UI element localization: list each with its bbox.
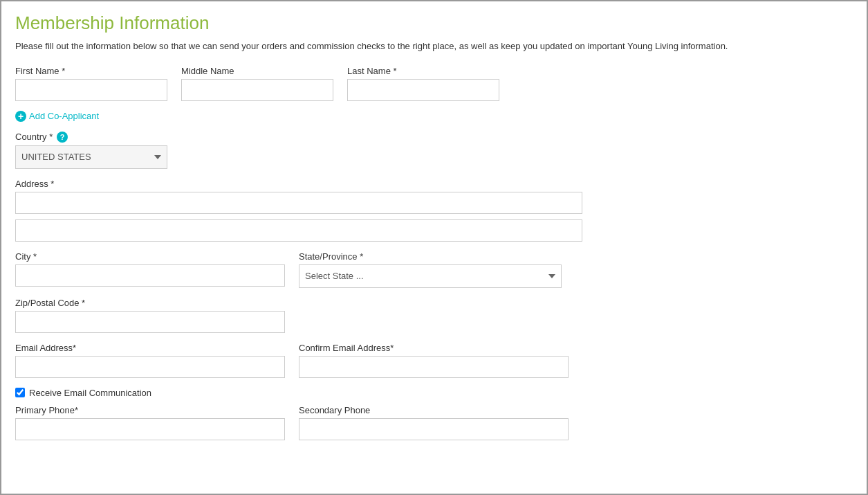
city-input[interactable] bbox=[15, 264, 285, 287]
email-input[interactable] bbox=[15, 356, 285, 378]
page-container: Membership Information Please fill out t… bbox=[0, 0, 868, 495]
receive-email-checkbox[interactable] bbox=[15, 388, 25, 397]
email-label: Email Address* bbox=[15, 343, 285, 353]
receive-email-row: Receive Email Communication bbox=[15, 388, 853, 398]
first-name-group: First Name * bbox=[15, 66, 167, 101]
zip-row: Zip/Postal Code * bbox=[15, 298, 853, 333]
email-row: Email Address* Confirm Email Address* bbox=[15, 343, 853, 378]
email-group: Email Address* bbox=[15, 343, 285, 378]
add-co-applicant-label: Add Co-Applicant bbox=[29, 111, 99, 121]
confirm-email-group: Confirm Email Address* bbox=[299, 343, 569, 378]
secondary-phone-label: Secondary Phone bbox=[299, 405, 569, 415]
country-select[interactable]: UNITED STATES bbox=[15, 145, 167, 169]
confirm-email-label: Confirm Email Address* bbox=[299, 343, 569, 353]
last-name-label: Last Name * bbox=[347, 66, 499, 76]
last-name-group: Last Name * bbox=[347, 66, 499, 101]
secondary-phone-input[interactable] bbox=[299, 418, 569, 440]
zip-label: Zip/Postal Code * bbox=[15, 298, 285, 308]
page-description: Please fill out the information below so… bbox=[15, 39, 853, 53]
city-label: City * bbox=[15, 251, 285, 262]
middle-name-label: Middle Name bbox=[181, 66, 333, 76]
last-name-input[interactable] bbox=[347, 79, 499, 101]
secondary-phone-group: Secondary Phone bbox=[299, 405, 569, 440]
phone-row: Primary Phone* Secondary Phone bbox=[15, 405, 853, 440]
add-co-applicant-link[interactable]: + Add Co-Applicant bbox=[15, 111, 853, 122]
city-state-row: City * State/Province * Select State ... bbox=[15, 251, 853, 288]
middle-name-group: Middle Name bbox=[181, 66, 333, 101]
name-row: First Name * Middle Name Last Name * bbox=[15, 66, 853, 101]
address-line2-input[interactable] bbox=[15, 219, 582, 242]
plus-icon: + bbox=[15, 111, 26, 122]
state-group: State/Province * Select State ... bbox=[299, 251, 562, 288]
confirm-email-input[interactable] bbox=[299, 356, 569, 378]
form-wrapper: Membership Information Please fill out t… bbox=[1, 1, 867, 494]
first-name-label: First Name * bbox=[15, 66, 167, 76]
primary-phone-input[interactable] bbox=[15, 418, 285, 440]
address-line1-input[interactable] bbox=[15, 192, 582, 214]
zip-input[interactable] bbox=[15, 311, 285, 333]
primary-phone-group: Primary Phone* bbox=[15, 405, 285, 440]
address-section: Address * bbox=[15, 179, 853, 242]
receive-email-label: Receive Email Communication bbox=[29, 388, 151, 398]
help-icon[interactable]: ? bbox=[57, 132, 68, 143]
country-label-row: Country * ? bbox=[15, 132, 853, 143]
state-label: State/Province * bbox=[299, 251, 562, 262]
country-label: Country * bbox=[15, 132, 53, 142]
address-label: Address * bbox=[15, 179, 853, 189]
primary-phone-label: Primary Phone* bbox=[15, 405, 285, 415]
zip-group: Zip/Postal Code * bbox=[15, 298, 285, 333]
first-name-input[interactable] bbox=[15, 79, 167, 101]
middle-name-input[interactable] bbox=[181, 79, 333, 101]
page-title: Membership Information bbox=[15, 12, 853, 34]
state-select[interactable]: Select State ... bbox=[299, 264, 562, 288]
city-group: City * bbox=[15, 251, 285, 288]
